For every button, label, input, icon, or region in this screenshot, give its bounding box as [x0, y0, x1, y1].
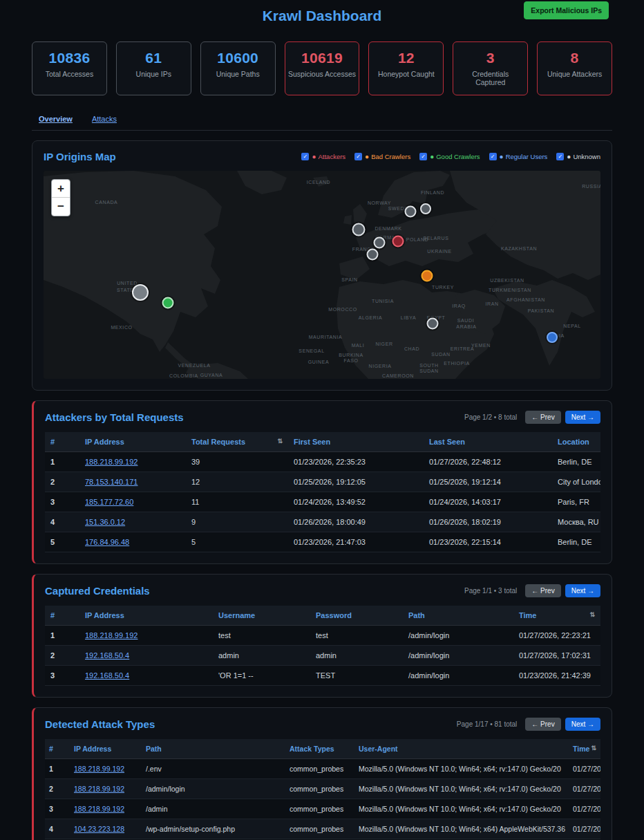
cell-ip-address: 192.168.50.4: [79, 646, 213, 666]
cell-ip-address: 188.218.99.192: [70, 779, 142, 799]
cell-ip-address: 188.218.99.192: [70, 759, 142, 779]
tab-overview[interactable]: Overview: [39, 115, 73, 123]
stat-label: Unique Paths: [204, 70, 272, 78]
ip-address-link[interactable]: 192.168.50.4: [85, 651, 129, 660]
legend-item-attackers[interactable]: ✓●Attackers: [301, 153, 345, 160]
stat-label: Suspicious Accesses: [288, 70, 357, 78]
cell-num: 4: [45, 512, 79, 532]
cell-user-agent: Mozilla/5.0 (Windows NT 10.0; Win64; x64…: [354, 759, 569, 779]
map-zoom-out-button[interactable]: −: [52, 198, 70, 216]
map-marker[interactable]: [162, 297, 174, 309]
ip-address-link[interactable]: 176.84.96.48: [85, 538, 129, 546]
table-row: 1188.218.99.1923901/23/2026, 22:35:2301/…: [45, 452, 600, 472]
cell-last-seen: 01/23/2026, 22:15:14: [424, 532, 552, 552]
column-header-ip-address: IP Address: [79, 432, 186, 452]
tab-attacks[interactable]: Attacks: [92, 115, 117, 123]
next-page-button[interactable]: Next →: [565, 411, 600, 424]
cell-path: /admin/login: [403, 666, 513, 686]
map-marker[interactable]: [352, 223, 366, 236]
cell-first-seen: 01/25/2026, 19:12:05: [288, 472, 424, 492]
map-marker[interactable]: [392, 236, 404, 248]
stat-value: 12: [372, 50, 440, 66]
table-row: 2188.218.99.192/admin/logincommon_probes…: [45, 779, 600, 799]
table-body: 1188.218.99.1923901/23/2026, 22:35:2301/…: [45, 452, 600, 552]
legend-dot-icon: ●: [312, 153, 316, 160]
header-row: #IP AddressTotal Requests⇅First SeenLast…: [45, 432, 600, 452]
cell-username: 'OR 1=1 --: [213, 666, 310, 686]
cell-num: 2: [45, 646, 79, 666]
cell-path: /admin/login: [142, 779, 285, 799]
checkbox-checked-icon[interactable]: ✓: [301, 153, 309, 160]
ip-address-link[interactable]: 151.36.0.12: [85, 518, 125, 526]
map-marker[interactable]: [422, 270, 433, 282]
world-map[interactable]: + − ICELANDCANADARUSSIANORWAYSWEDENFINLA…: [44, 171, 600, 379]
table-row: 4151.36.0.12901/26/2026, 18:00:4901/26/2…: [45, 512, 600, 532]
prev-page-button[interactable]: ← Prev: [525, 718, 560, 731]
legend-dot-icon: ●: [365, 153, 369, 160]
table-row: 278.153.140.1711201/25/2026, 19:12:0501/…: [45, 472, 600, 492]
map-marker[interactable]: [427, 318, 439, 330]
map-marker[interactable]: [367, 249, 379, 261]
cell-path: /admin: [142, 799, 285, 819]
attack-types-pagination: Page 1/17 • 81 total ← Prev Next →: [457, 718, 600, 731]
ip-address-link[interactable]: 188.218.99.192: [74, 765, 124, 773]
sort-icon[interactable]: ⇅: [277, 438, 283, 445]
ip-address-link[interactable]: 78.153.140.171: [85, 478, 138, 486]
table-row: 5176.84.96.48501/23/2026, 21:47:0301/23/…: [45, 532, 600, 552]
checkbox-checked-icon[interactable]: ✓: [354, 153, 362, 160]
legend-item-good-crawlers[interactable]: ✓●Good Crawlers: [419, 153, 480, 160]
legend-dot-icon: ●: [567, 153, 571, 160]
ip-address-link[interactable]: 188.218.99.192: [74, 805, 124, 813]
credentials-panel-title: Captured Credentials: [45, 585, 150, 597]
ip-address-link[interactable]: 192.168.50.4: [85, 671, 129, 680]
map-marker[interactable]: [420, 203, 431, 214]
map-marker[interactable]: [374, 237, 386, 249]
column-label: Path: [408, 611, 425, 619]
ip-origins-map-panel: IP Origins Map ✓●Attackers✓●Bad Crawlers…: [32, 140, 612, 391]
map-marker[interactable]: [547, 332, 558, 343]
column-label: Last Seen: [429, 438, 465, 446]
checkbox-checked-icon[interactable]: ✓: [556, 153, 564, 160]
ip-address-link[interactable]: 188.218.99.192: [85, 458, 138, 466]
ip-address-link[interactable]: 188.218.99.192: [85, 631, 138, 640]
map-marker[interactable]: [405, 206, 417, 218]
next-page-button[interactable]: Next →: [565, 584, 600, 597]
sort-icon[interactable]: ⇅: [591, 745, 596, 752]
sort-icon[interactable]: ⇅: [589, 611, 595, 618]
map-marker[interactable]: [132, 284, 149, 301]
cell-location: Москва, RU: [552, 512, 600, 532]
legend-item-bad-crawlers[interactable]: ✓●Bad Crawlers: [354, 153, 410, 160]
cell-user-agent: Mozilla/5.0 (Windows NT 10.0; Win64; x64…: [354, 799, 569, 819]
legend-item-unknown[interactable]: ✓●Unknown: [556, 153, 600, 160]
map-zoom-in-button[interactable]: +: [52, 180, 70, 198]
prev-page-button[interactable]: ← Prev: [525, 411, 560, 424]
cell-ip-address: 176.84.96.48: [79, 532, 186, 552]
ip-address-link[interactable]: 185.177.72.60: [85, 498, 133, 506]
checkbox-checked-icon[interactable]: ✓: [489, 153, 497, 160]
prev-page-button[interactable]: ← Prev: [525, 584, 560, 597]
cell-num: 3: [45, 492, 79, 512]
legend-dot-icon: ●: [500, 153, 504, 160]
column-label: Location: [558, 438, 589, 446]
legend-label: Unknown: [573, 153, 600, 160]
table-head: #IP AddressUsernamePasswordPathTime⇅: [45, 606, 600, 626]
cell-time: 01/27/2026, 22:26:11: [569, 759, 600, 779]
column-header-num: #: [45, 739, 70, 759]
export-malicious-ips-button[interactable]: Export Malicious IPs: [524, 1, 609, 19]
next-page-button[interactable]: Next →: [565, 718, 600, 731]
map-panel-header: IP Origins Map ✓●Attackers✓●Bad Crawlers…: [44, 151, 600, 162]
column-label: User-Agent: [359, 745, 398, 753]
legend-item-regular-users[interactable]: ✓●Regular Users: [489, 153, 548, 160]
checkbox-checked-icon[interactable]: ✓: [419, 153, 427, 160]
stat-label: Credentials Captured: [456, 70, 524, 86]
ip-address-link[interactable]: 104.23.223.128: [74, 825, 124, 833]
column-label: Password: [316, 611, 352, 619]
cell-last-seen: 01/25/2026, 19:12:14: [424, 472, 552, 492]
cell-attack-types: common_probes: [285, 819, 354, 839]
legend-dot-icon: ●: [430, 153, 434, 160]
cell-num: 2: [45, 779, 70, 799]
column-label: Total Requests: [191, 438, 245, 446]
attackers-panel-title: Attackers by Total Requests: [45, 411, 184, 423]
ip-address-link[interactable]: 188.218.99.192: [74, 785, 124, 793]
stat-label: Honeypot Caught: [372, 70, 440, 78]
